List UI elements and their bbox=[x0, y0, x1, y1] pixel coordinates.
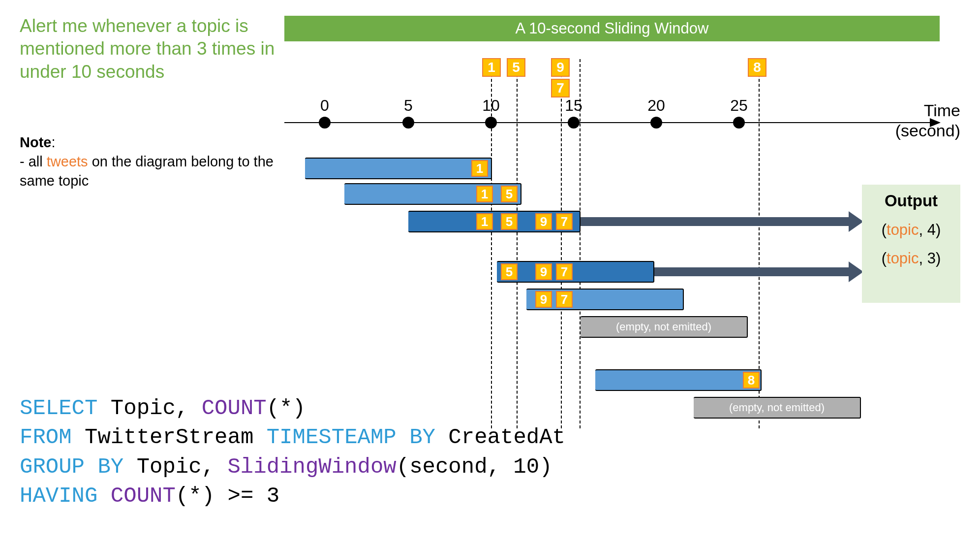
window-event-marker: 5 bbox=[501, 186, 518, 202]
axis-label: Time (second) bbox=[895, 100, 960, 141]
sliding-window-bar: 1597 bbox=[408, 211, 581, 232]
event-marker: 5 bbox=[507, 58, 525, 77]
sliding-window-bar: 8 bbox=[595, 369, 762, 391]
output-row: (topic, 4) bbox=[867, 221, 955, 239]
sliding-window-bar: 97 bbox=[526, 289, 684, 310]
sql-query: SELECT Topic, COUNT(*) FROM TwitterStrea… bbox=[20, 394, 565, 511]
event-vline bbox=[517, 59, 518, 428]
axis-tick-label: 0 bbox=[320, 97, 329, 115]
note-block: Note: - all tweets on the diagram belong… bbox=[20, 133, 276, 191]
axis-tick bbox=[733, 117, 745, 129]
empty-window-bar: (empty, not emitted) bbox=[694, 397, 861, 419]
note-label: Note bbox=[20, 134, 51, 150]
title-text: Alert me whenever a topic is mentioned m… bbox=[20, 15, 276, 83]
output-row: (topic, 3) bbox=[867, 250, 955, 267]
axis-tick-label: 25 bbox=[730, 97, 748, 115]
window-event-marker: 9 bbox=[535, 263, 552, 280]
axis-tick bbox=[319, 117, 331, 129]
event-marker: 9 bbox=[551, 58, 570, 77]
output-header: Output bbox=[867, 192, 955, 210]
window-event-marker: 1 bbox=[476, 213, 493, 230]
output-arrow-icon bbox=[654, 267, 849, 276]
sliding-window-bar: 597 bbox=[497, 261, 654, 283]
axis-tick bbox=[402, 117, 414, 129]
sliding-window-bar: 15 bbox=[344, 183, 521, 205]
axis-tick bbox=[568, 117, 580, 129]
axis-label-line1: Time bbox=[924, 101, 960, 120]
empty-window-bar: (empty, not emitted) bbox=[581, 316, 748, 338]
window-event-marker: 7 bbox=[556, 263, 573, 280]
output-arrow-icon bbox=[581, 217, 849, 226]
window-event-marker: 5 bbox=[501, 213, 518, 230]
axis-label-line2: (second) bbox=[895, 121, 960, 140]
axis-tick bbox=[650, 117, 662, 129]
axis-tick-label: 20 bbox=[647, 97, 665, 115]
window-banner: A 10-second Sliding Window bbox=[284, 16, 940, 41]
output-panel: Output (topic, 4) (topic, 3) bbox=[862, 185, 960, 303]
window-event-marker: 1 bbox=[476, 186, 493, 202]
event-vline bbox=[580, 59, 581, 428]
window-event-marker: 9 bbox=[535, 213, 552, 230]
event-marker: 8 bbox=[748, 58, 766, 77]
event-marker: 7 bbox=[551, 79, 570, 97]
axis-tick-label: 5 bbox=[404, 97, 413, 115]
event-vline bbox=[561, 59, 562, 428]
window-event-marker: 7 bbox=[556, 291, 573, 308]
window-event-marker: 5 bbox=[501, 263, 518, 280]
window-event-marker: 9 bbox=[535, 291, 552, 308]
event-marker: 1 bbox=[482, 58, 501, 77]
time-axis bbox=[284, 122, 940, 123]
window-event-marker: 1 bbox=[471, 160, 488, 177]
note-highlight: tweets bbox=[47, 154, 88, 169]
window-event-marker: 8 bbox=[743, 372, 760, 388]
window-event-marker: 7 bbox=[556, 213, 573, 230]
note-line-pre: - all bbox=[20, 154, 47, 169]
sliding-window-bar: 1 bbox=[305, 158, 492, 179]
event-vline bbox=[491, 59, 492, 428]
